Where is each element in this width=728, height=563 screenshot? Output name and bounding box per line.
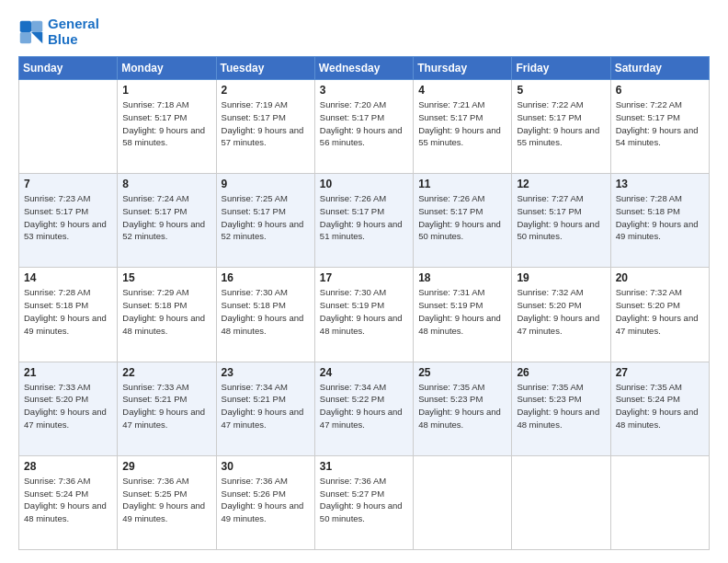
- cell-info: Sunrise: 7:27 AMSunset: 5:17 PMDaylight:…: [517, 192, 605, 243]
- calendar-cell: 20Sunrise: 7:32 AMSunset: 5:20 PMDayligh…: [610, 268, 709, 362]
- day-number: 31: [320, 460, 408, 473]
- cell-info: Sunrise: 7:29 AMSunset: 5:18 PMDaylight:…: [122, 286, 210, 337]
- cell-info: Sunrise: 7:34 AMSunset: 5:22 PMDaylight:…: [320, 381, 408, 431]
- cell-info: Sunrise: 7:31 AMSunset: 5:19 PMDaylight:…: [418, 286, 506, 337]
- day-number: 19: [517, 271, 605, 284]
- svg-rect-0: [20, 20, 31, 31]
- calendar-week-row: 14Sunrise: 7:28 AMSunset: 5:18 PMDayligh…: [19, 268, 710, 362]
- calendar-cell: 1Sunrise: 7:18 AMSunset: 5:17 PMDaylight…: [118, 80, 216, 174]
- svg-marker-3: [31, 32, 42, 43]
- day-number: 15: [122, 271, 210, 284]
- page: General Blue SundayMondayTuesdayWednesda…: [0, 0, 728, 563]
- cell-info: Sunrise: 7:35 AMSunset: 5:24 PMDaylight:…: [616, 381, 704, 431]
- calendar-cell: 4Sunrise: 7:21 AMSunset: 5:17 PMDaylight…: [414, 80, 512, 174]
- cell-info: Sunrise: 7:24 AMSunset: 5:17 PMDaylight:…: [122, 192, 210, 243]
- day-number: 21: [24, 366, 112, 379]
- calendar-week-row: 7Sunrise: 7:23 AMSunset: 5:17 PMDaylight…: [19, 174, 710, 268]
- day-number: 25: [418, 366, 506, 379]
- svg-rect-2: [20, 32, 31, 43]
- cell-info: Sunrise: 7:28 AMSunset: 5:18 PMDaylight:…: [24, 286, 112, 337]
- day-number: 11: [418, 178, 506, 190]
- calendar-cell: 13Sunrise: 7:28 AMSunset: 5:18 PMDayligh…: [610, 174, 709, 268]
- day-number: 4: [418, 84, 506, 97]
- day-number: 6: [616, 84, 704, 97]
- day-of-week-header: Thursday: [414, 57, 512, 80]
- calendar-cell: 26Sunrise: 7:35 AMSunset: 5:23 PMDayligh…: [512, 362, 610, 455]
- calendar-cell: 11Sunrise: 7:26 AMSunset: 5:17 PMDayligh…: [414, 174, 512, 268]
- calendar-cell: 30Sunrise: 7:36 AMSunset: 5:26 PMDayligh…: [216, 455, 314, 549]
- calendar-week-row: 1Sunrise: 7:18 AMSunset: 5:17 PMDaylight…: [19, 80, 710, 174]
- day-number: 12: [517, 178, 605, 190]
- header: General Blue: [18, 17, 710, 47]
- day-of-week-header: Monday: [118, 57, 216, 80]
- calendar-cell: 31Sunrise: 7:36 AMSunset: 5:27 PMDayligh…: [314, 455, 413, 549]
- day-number: 24: [320, 366, 408, 379]
- calendar-cell: 17Sunrise: 7:30 AMSunset: 5:19 PMDayligh…: [314, 268, 413, 362]
- cell-info: Sunrise: 7:35 AMSunset: 5:23 PMDaylight:…: [418, 381, 506, 431]
- calendar-cell: 10Sunrise: 7:26 AMSunset: 5:17 PMDayligh…: [314, 174, 413, 268]
- day-of-week-header: Friday: [512, 57, 610, 80]
- calendar-cell: [610, 455, 709, 549]
- day-number: 1: [122, 84, 210, 97]
- cell-info: Sunrise: 7:36 AMSunset: 5:27 PMDaylight:…: [320, 475, 408, 525]
- calendar-cell: 24Sunrise: 7:34 AMSunset: 5:22 PMDayligh…: [314, 362, 413, 455]
- cell-info: Sunrise: 7:26 AMSunset: 5:17 PMDaylight:…: [320, 192, 408, 243]
- cell-info: Sunrise: 7:30 AMSunset: 5:18 PMDaylight:…: [222, 286, 310, 337]
- cell-info: Sunrise: 7:22 AMSunset: 5:17 PMDaylight:…: [616, 98, 704, 149]
- calendar-cell: [512, 455, 610, 549]
- day-number: 5: [517, 84, 605, 97]
- day-number: 27: [616, 366, 704, 379]
- calendar-cell: 28Sunrise: 7:36 AMSunset: 5:24 PMDayligh…: [19, 455, 118, 549]
- day-of-week-header: Wednesday: [314, 57, 413, 80]
- cell-info: Sunrise: 7:23 AMSunset: 5:17 PMDaylight:…: [24, 192, 112, 243]
- calendar-week-row: 28Sunrise: 7:36 AMSunset: 5:24 PMDayligh…: [19, 455, 710, 549]
- calendar-cell: 29Sunrise: 7:36 AMSunset: 5:25 PMDayligh…: [118, 455, 216, 549]
- day-number: 30: [222, 460, 310, 473]
- cell-info: Sunrise: 7:25 AMSunset: 5:17 PMDaylight:…: [222, 192, 310, 243]
- calendar-cell: 25Sunrise: 7:35 AMSunset: 5:23 PMDayligh…: [414, 362, 512, 455]
- day-number: 16: [222, 271, 310, 284]
- cell-info: Sunrise: 7:33 AMSunset: 5:20 PMDaylight:…: [24, 381, 112, 431]
- cell-info: Sunrise: 7:20 AMSunset: 5:17 PMDaylight:…: [320, 98, 408, 149]
- cell-info: Sunrise: 7:28 AMSunset: 5:18 PMDaylight:…: [616, 192, 704, 243]
- cell-info: Sunrise: 7:33 AMSunset: 5:21 PMDaylight:…: [122, 381, 210, 431]
- day-number: 28: [24, 460, 112, 473]
- logo-text: General Blue: [48, 17, 99, 47]
- calendar-cell: 15Sunrise: 7:29 AMSunset: 5:18 PMDayligh…: [118, 268, 216, 362]
- calendar-cell: 16Sunrise: 7:30 AMSunset: 5:18 PMDayligh…: [216, 268, 314, 362]
- cell-info: Sunrise: 7:36 AMSunset: 5:25 PMDaylight:…: [122, 475, 210, 525]
- svg-rect-1: [31, 20, 42, 31]
- day-number: 2: [222, 84, 310, 97]
- cell-info: Sunrise: 7:30 AMSunset: 5:19 PMDaylight:…: [320, 286, 408, 337]
- cell-info: Sunrise: 7:36 AMSunset: 5:24 PMDaylight:…: [24, 475, 112, 525]
- calendar-header-row: SundayMondayTuesdayWednesdayThursdayFrid…: [19, 57, 710, 80]
- calendar-cell: 27Sunrise: 7:35 AMSunset: 5:24 PMDayligh…: [610, 362, 709, 455]
- cell-info: Sunrise: 7:36 AMSunset: 5:26 PMDaylight:…: [222, 475, 310, 525]
- day-number: 13: [616, 178, 704, 190]
- calendar-cell: 21Sunrise: 7:33 AMSunset: 5:20 PMDayligh…: [19, 362, 118, 455]
- calendar-cell: 18Sunrise: 7:31 AMSunset: 5:19 PMDayligh…: [414, 268, 512, 362]
- day-number: 10: [320, 178, 408, 190]
- day-number: 29: [122, 460, 210, 473]
- cell-info: Sunrise: 7:35 AMSunset: 5:23 PMDaylight:…: [517, 381, 605, 431]
- day-of-week-header: Sunday: [19, 57, 118, 80]
- day-of-week-header: Tuesday: [216, 57, 314, 80]
- day-number: 8: [122, 178, 210, 190]
- day-number: 26: [517, 366, 605, 379]
- day-number: 23: [222, 366, 310, 379]
- day-number: 7: [24, 178, 112, 190]
- calendar-week-row: 21Sunrise: 7:33 AMSunset: 5:20 PMDayligh…: [19, 362, 710, 455]
- calendar-cell: 7Sunrise: 7:23 AMSunset: 5:17 PMDaylight…: [19, 174, 118, 268]
- calendar-table: SundayMondayTuesdayWednesdayThursdayFrid…: [18, 56, 710, 550]
- day-number: 20: [616, 271, 704, 284]
- cell-info: Sunrise: 7:22 AMSunset: 5:17 PMDaylight:…: [517, 98, 605, 149]
- calendar-cell: 5Sunrise: 7:22 AMSunset: 5:17 PMDaylight…: [512, 80, 610, 174]
- calendar-cell: 14Sunrise: 7:28 AMSunset: 5:18 PMDayligh…: [19, 268, 118, 362]
- day-number: 17: [320, 271, 408, 284]
- calendar-cell: 6Sunrise: 7:22 AMSunset: 5:17 PMDaylight…: [610, 80, 709, 174]
- calendar-cell: [19, 80, 118, 174]
- cell-info: Sunrise: 7:32 AMSunset: 5:20 PMDaylight:…: [616, 286, 704, 337]
- calendar-cell: 8Sunrise: 7:24 AMSunset: 5:17 PMDaylight…: [118, 174, 216, 268]
- day-of-week-header: Saturday: [610, 57, 709, 80]
- calendar-cell: 2Sunrise: 7:19 AMSunset: 5:17 PMDaylight…: [216, 80, 314, 174]
